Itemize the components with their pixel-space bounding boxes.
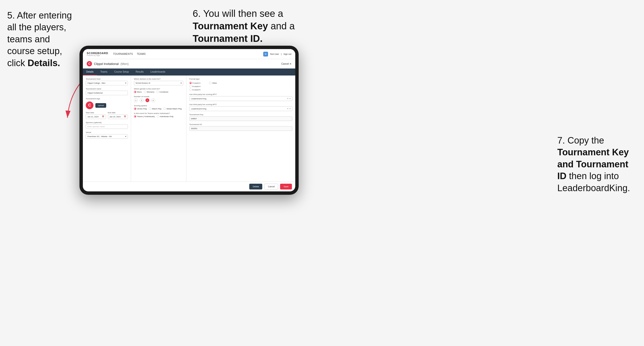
scoring-label: Scoring system xyxy=(134,105,183,107)
format-6count5-radio[interactable] xyxy=(189,88,192,91)
tablet: SCOREBOARD Powered by clippl TOURNAMENTS… xyxy=(80,46,299,195)
end-date-value: Jan 23, 2024 xyxy=(110,116,121,118)
format-group: Format type 5 count 4 Other xyxy=(189,78,292,91)
gender-mens-radio[interactable] xyxy=(134,91,136,93)
nav-tournaments[interactable]: TOURNAMENTS xyxy=(113,53,133,55)
tournament-key-label: Tournament Key xyxy=(189,114,292,116)
page-title-sub: (Men) xyxy=(120,62,128,66)
brand-name: SCOREBOARD xyxy=(87,52,108,55)
cancel-button[interactable]: Cancel xyxy=(264,184,278,189)
teams-plus[interactable]: Teams (+Individuals) xyxy=(134,115,155,118)
teams-plus-radio[interactable] xyxy=(134,115,136,118)
division-arrow-icon: ▾ xyxy=(181,82,182,84)
gender-combined-radio[interactable] xyxy=(156,91,159,93)
tab-results[interactable]: Results xyxy=(132,69,147,75)
left-column: Tournament Host Clippd College - Men ▾ T… xyxy=(83,75,131,181)
api-select-close-icon[interactable]: ✕ ▾ xyxy=(287,97,291,100)
end-date-group: End date Jan 23, 2024 📅 xyxy=(108,112,128,119)
page-title-row: C Clippd Invitational (Men) xyxy=(87,61,128,66)
teams-label: Is this event for Teams and/or Individua… xyxy=(134,112,183,114)
tab-course-setup[interactable]: Course Setup xyxy=(111,69,132,75)
nav-teams[interactable]: TEAMS xyxy=(137,53,146,55)
tournament-name-label: Tournament name xyxy=(86,88,128,90)
save-button[interactable]: Save xyxy=(280,184,292,189)
teams-only-radio[interactable] xyxy=(157,115,159,118)
page-header: C Clippd Invitational (Men) Cancel ✕ xyxy=(83,59,295,69)
gender-womens-radio[interactable] xyxy=(144,91,146,93)
teams-only-label: Individuals Only xyxy=(160,115,174,118)
nav-links: TOURNAMENTS TEAMS xyxy=(113,53,258,55)
date-row: Start date Jan 21, 2024 📅 End date Jan 2… xyxy=(86,112,128,119)
content-area: Tournament Host Clippd College - Men ▾ T… xyxy=(83,75,295,181)
third-party-2-value: Leaderboard King xyxy=(191,108,206,110)
scoring-match-radio[interactable] xyxy=(149,108,151,110)
tab-details[interactable]: Details xyxy=(83,69,97,75)
tablet-screen: SCOREBOARD Powered by clippl TOURNAMENTS… xyxy=(83,49,295,191)
header-cancel-btn[interactable]: Cancel ✕ xyxy=(281,62,292,65)
scoring-stroke-radio[interactable] xyxy=(134,108,136,110)
venue-input[interactable]: Peachtree GC - Atlanta - GA ▾ xyxy=(86,134,128,139)
mid-column: Which division is the event for? NCAA Di… xyxy=(131,75,186,181)
upload-button[interactable]: Upload xyxy=(95,103,106,108)
division-group: Which division is the event for? NCAA Di… xyxy=(134,78,183,85)
right-column: Format type 5 count 4 Other xyxy=(186,75,295,181)
sign-out-link[interactable]: Sign out xyxy=(284,53,292,55)
rounds-label: Number of rounds xyxy=(134,95,183,98)
teams-radio-group: Teams (+Individuals) Individuals Only xyxy=(134,115,183,118)
delete-button[interactable]: Delete xyxy=(249,184,262,189)
scoring-stroke[interactable]: Stroke Play xyxy=(134,108,147,110)
venue-label: Venue xyxy=(86,131,128,134)
scoring-match[interactable]: Match Play xyxy=(149,108,162,110)
teams-only[interactable]: Individuals Only xyxy=(157,115,174,118)
division-value: NCAA Division III xyxy=(136,82,150,84)
calendar-icon: 📅 xyxy=(102,116,104,118)
start-date-input[interactable]: Jan 21, 2024 📅 xyxy=(86,114,106,119)
sponsor-input[interactable]: Enter sponsor name xyxy=(86,124,128,129)
tournament-id-value: 302051 xyxy=(189,126,292,131)
gender-mens[interactable]: Mens xyxy=(134,91,142,93)
tournament-name-input[interactable]: Clippd Invitational xyxy=(86,91,128,95)
navbar: SCOREBOARD Powered by clippl TOURNAMENTS… xyxy=(83,49,295,59)
format-6count4[interactable]: 6 count 4 xyxy=(189,85,292,88)
page-title-name: Clippd Invitational xyxy=(94,62,119,66)
format-other-radio[interactable] xyxy=(209,82,212,84)
gender-radio-group: Mens Womens Combined xyxy=(134,91,183,93)
tournament-logo-group: Tournament logo C Upload xyxy=(86,98,128,109)
brand-sub: Powered by clippl xyxy=(87,55,108,56)
third-party-2-select[interactable]: Leaderboard King ✕ ▾ xyxy=(189,106,292,111)
gender-combined[interactable]: Combined xyxy=(156,91,168,93)
venue-group: Venue Peachtree GC - Atlanta - GA ▾ xyxy=(86,131,128,139)
format-5count4-radio[interactable] xyxy=(189,82,192,84)
format-6count4-label: 6 count 4 xyxy=(192,85,200,88)
teams-group: Is this event for Teams and/or Individua… xyxy=(134,112,183,118)
page-logo-c: C xyxy=(87,61,92,66)
tab-leaderboards[interactable]: Leaderboards xyxy=(147,69,169,75)
gender-womens[interactable]: Womens xyxy=(144,91,154,93)
tab-teams[interactable]: Teams xyxy=(97,69,111,75)
nav-separator: | xyxy=(281,53,282,55)
format-5count4[interactable]: 5 count 4 xyxy=(189,82,200,84)
format-6count4-radio[interactable] xyxy=(189,85,192,88)
format-6count5-label: 6 count 5 xyxy=(192,89,200,91)
tournament-host-group: Tournament Host Clippd College - Men ▾ xyxy=(86,78,128,85)
footer-bar: Delete Cancel Save xyxy=(83,181,295,191)
end-date-input[interactable]: Jan 23, 2024 📅 xyxy=(108,114,128,119)
scoring-medal[interactable]: Medal Match Play xyxy=(163,108,182,110)
tournament-logo-label: Tournament logo xyxy=(86,98,128,100)
api-select-2-close-icon[interactable]: ✕ ▾ xyxy=(287,108,291,110)
round-1[interactable]: 1 xyxy=(134,98,138,102)
round-4[interactable]: 4 xyxy=(151,98,155,102)
logo-c-icon: C xyxy=(86,101,94,109)
round-2[interactable]: 2 xyxy=(140,98,144,102)
format-6count5[interactable]: 6 count 5 xyxy=(189,88,292,91)
third-party-1-select[interactable]: Leaderboard King ✕ ▾ xyxy=(189,96,292,101)
sponsor-group: Sponsor (optional) Enter sponsor name xyxy=(86,121,128,129)
rounds-radio-group: 1 2 3 4 xyxy=(134,98,183,102)
format-other[interactable]: Other xyxy=(209,82,217,84)
division-label: Which division is the event for? xyxy=(134,78,183,80)
scoring-medal-radio[interactable] xyxy=(163,108,166,110)
third-party-2-group: Use third-party live scoring API? Leader… xyxy=(189,103,292,111)
division-input[interactable]: NCAA Division III ▾ xyxy=(134,81,183,85)
tournament-host-input[interactable]: Clippd College - Men ▾ xyxy=(86,81,128,85)
round-3[interactable]: 3 xyxy=(146,98,149,102)
